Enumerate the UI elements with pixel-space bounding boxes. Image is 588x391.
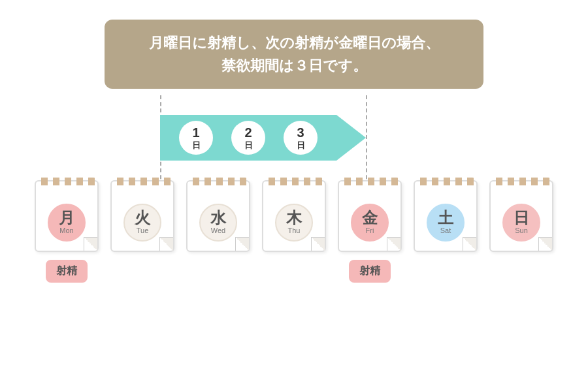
header-text: 月曜日に射精し、次の射精が金曜日の場合、 禁欲期間は３日です。 bbox=[131, 31, 457, 77]
cal-circle-wed: 水 Wed bbox=[199, 204, 237, 242]
arrow-shape: 1日 2日 3日 bbox=[160, 115, 366, 161]
day-circle-3: 3日 bbox=[284, 121, 318, 155]
cal-circle-sun: 日 Sun bbox=[502, 204, 540, 242]
cal-item-wed: 水 Wed bbox=[183, 180, 253, 282]
arrow-head bbox=[336, 115, 366, 161]
day-circle-2: 2日 bbox=[231, 121, 265, 155]
cal-item-fri: 金 Fri 射精 bbox=[335, 180, 405, 283]
cal-item-thu: 木 Thu bbox=[259, 180, 329, 282]
cal-item-sat: 土 Sat bbox=[410, 180, 481, 282]
cal-page-tue: 火 Tue bbox=[110, 180, 174, 252]
cal-label-mon: 射精 bbox=[46, 260, 88, 283]
calendar-row: 月 Mon 射精 火 Tue 水 Wed bbox=[31, 180, 557, 283]
cal-label-fri: 射精 bbox=[349, 260, 391, 283]
cal-item-mon: 月 Mon 射精 bbox=[31, 180, 102, 283]
cal-circle-thu: 木 Thu bbox=[275, 204, 313, 242]
cal-item-tue: 火 Tue bbox=[107, 180, 178, 282]
day-circle-1: 1日 bbox=[179, 121, 213, 155]
cal-circle-mon: 月 Mon bbox=[48, 204, 86, 242]
cal-page-sun: 日 Sun bbox=[489, 180, 553, 252]
arrow-section: 1日 2日 3日 bbox=[46, 108, 542, 167]
cal-circle-tue: 火 Tue bbox=[123, 204, 161, 242]
cal-circle-sat: 土 Sat bbox=[427, 204, 465, 242]
cal-page-fri: 金 Fri bbox=[338, 180, 402, 252]
cal-page-mon: 月 Mon bbox=[35, 180, 99, 252]
cal-page-wed: 水 Wed bbox=[186, 180, 250, 252]
main-container: 月曜日に射精し、次の射精が金曜日の場合、 禁欲期間は３日です。 1日 2日 3日 bbox=[13, 13, 575, 379]
header-box: 月曜日に射精し、次の射精が金曜日の場合、 禁欲期間は３日です。 bbox=[105, 20, 483, 89]
cal-circle-fri: 金 Fri bbox=[351, 204, 389, 242]
cal-page-thu: 木 Thu bbox=[262, 180, 326, 252]
cal-page-sat: 土 Sat bbox=[414, 180, 478, 252]
cal-item-sun: 日 Sun bbox=[486, 180, 557, 282]
arrow-body: 1日 2日 3日 bbox=[160, 115, 336, 161]
